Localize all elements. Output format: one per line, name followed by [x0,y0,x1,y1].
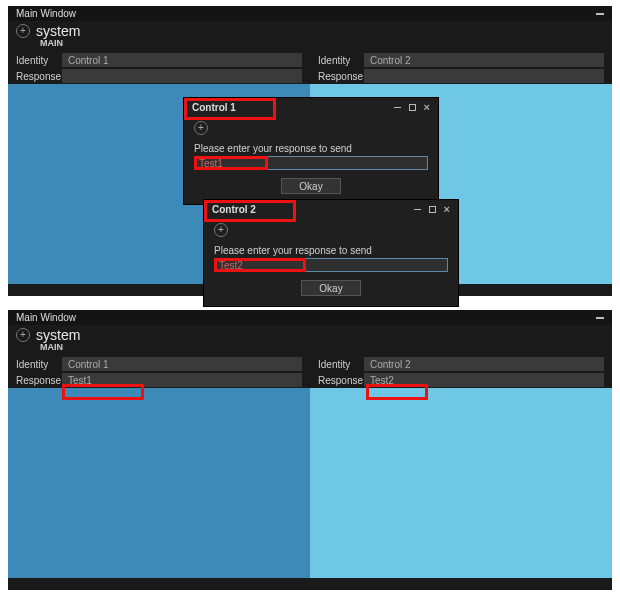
dialog-prompt: Please enter your response to send [194,143,428,154]
maximize-icon[interactable] [409,104,416,111]
response-label: Response [16,375,62,386]
right-column: IdentityControl 2 Response [310,52,612,84]
screenshot-before: Main Window + system MAIN IdentityContro… [8,6,612,296]
dialog-body: + Please enter your response to send Tes… [184,117,438,204]
identity-label: Identity [318,55,364,66]
close-icon[interactable]: × [444,204,450,215]
fields: IdentityControl 1 ResponseTest1 Identity… [8,356,612,388]
dialog-expand-row: + [214,223,448,237]
response-label: Response [16,71,62,82]
screenshot-after: Main Window + system MAIN IdentityContro… [8,310,612,590]
expand-icon[interactable]: + [16,24,30,38]
dialog-window-controls: × [414,204,450,215]
identity-field-right[interactable]: Control 2 [364,53,604,67]
window-title: Main Window [16,8,76,19]
expand-icon[interactable]: + [16,328,30,342]
minimize-icon[interactable] [596,13,604,15]
response-input[interactable]: Test1 [194,156,428,170]
minimize-icon[interactable] [596,317,604,319]
response-input-value: Test1 [199,158,223,169]
maximize-icon[interactable] [429,206,436,213]
dialog-title: Control 2 [212,204,256,215]
close-icon[interactable]: × [424,102,430,113]
response-input-value: Test2 [219,260,243,271]
identity-field-left[interactable]: Control 1 [62,357,302,371]
system-label: system [36,327,80,343]
system-row: + system [16,23,604,39]
okay-button[interactable]: Okay [301,280,361,296]
minimize-icon[interactable] [414,209,421,210]
dialog-control-1: Control 1 × + Please enter your response… [184,98,438,204]
response-field-right[interactable]: Test2 [364,373,604,387]
dialog-body: + Please enter your response to send Tes… [204,219,458,306]
window-controls [596,13,604,15]
window-title: Main Window [16,312,76,323]
response-field-right[interactable] [364,69,604,83]
identity-field-right[interactable]: Control 2 [364,357,604,371]
response-input[interactable]: Test2 [214,258,448,272]
dialog-title: Control 1 [192,102,236,113]
main-label: MAIN [40,38,604,48]
identity-label: Identity [16,55,62,66]
left-column: IdentityControl 1 ResponseTest1 [8,356,310,388]
expand-icon[interactable]: + [194,121,208,135]
okay-button[interactable]: Okay [281,178,341,194]
response-label: Response [318,71,364,82]
pane-right [310,388,612,578]
dialog-titlebar: Control 2 × [204,200,458,219]
system-row: + system [16,327,604,343]
pane-left [8,388,310,578]
response-label: Response [318,375,364,386]
dialog-titlebar: Control 1 × [184,98,438,117]
response-field-left[interactable] [62,69,302,83]
dialog-window-controls: × [394,102,430,113]
right-column: IdentityControl 2 ResponseTest2 [310,356,612,388]
window-titlebar: Main Window [8,6,612,21]
identity-label: Identity [16,359,62,370]
window-titlebar: Main Window [8,310,612,325]
system-label: system [36,23,80,39]
header: + system MAIN [8,325,612,352]
left-column: IdentityControl 1 Response [8,52,310,84]
fields: IdentityControl 1 Response IdentityContr… [8,52,612,84]
dialog-prompt: Please enter your response to send [214,245,448,256]
minimize-icon[interactable] [394,107,401,108]
dialog-expand-row: + [194,121,428,135]
main-label: MAIN [40,342,604,352]
response-field-left[interactable]: Test1 [62,373,302,387]
identity-label: Identity [318,359,364,370]
window-controls [596,317,604,319]
panes [8,388,612,578]
expand-icon[interactable]: + [214,223,228,237]
dialog-control-2: Control 2 × + Please enter your response… [204,200,458,306]
header: + system MAIN [8,21,612,48]
identity-field-left[interactable]: Control 1 [62,53,302,67]
